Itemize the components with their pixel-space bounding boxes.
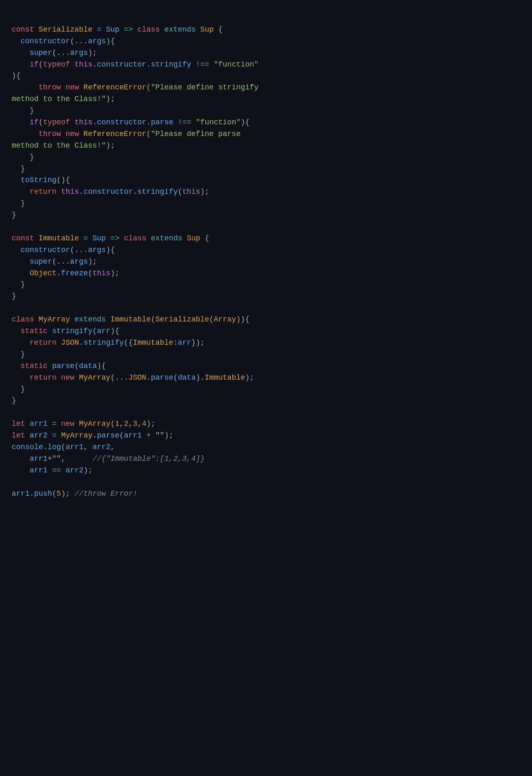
code-editor: const Serializable = Sup => class extend… [12, 12, 520, 499]
